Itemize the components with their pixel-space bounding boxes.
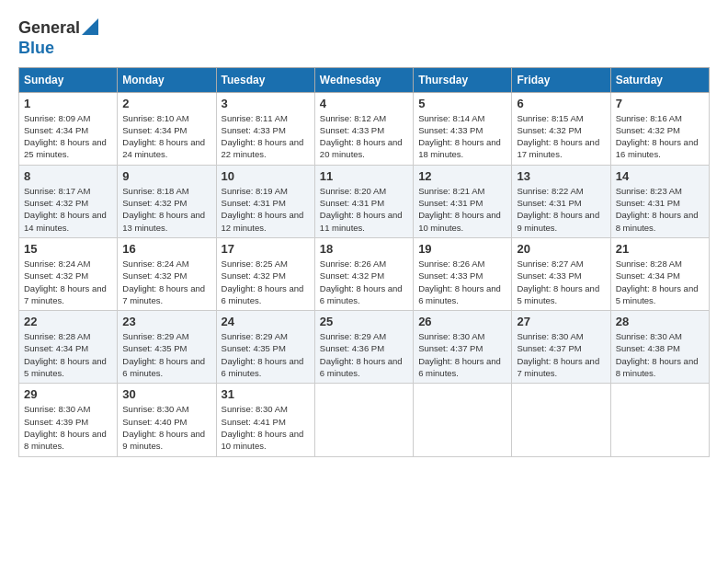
calendar-cell: 7Sunrise: 8:16 AMSunset: 4:32 PMDaylight… [610,92,709,165]
calendar-cell: 30Sunrise: 8:30 AMSunset: 4:40 PMDayligh… [118,384,216,456]
day-info: Sunrise: 8:27 AMSunset: 4:33 PMDaylight:… [517,258,605,306]
day-info: Sunrise: 8:30 AMSunset: 4:40 PMDaylight:… [122,403,210,452]
calendar-cell: 19Sunrise: 8:26 AMSunset: 4:33 PMDayligh… [414,237,512,310]
day-number: 27 [517,315,605,328]
day-info: Sunrise: 8:20 AMSunset: 4:31 PMDaylight:… [320,185,408,234]
day-number: 28 [616,315,704,328]
calendar-cell: 25Sunrise: 8:29 AMSunset: 4:36 PMDayligh… [314,311,413,384]
calendar-cell: 15Sunrise: 8:24 AMSunset: 4:32 PMDayligh… [19,237,118,310]
day-number: 3 [222,97,310,110]
day-number: 5 [418,97,506,110]
day-info: Sunrise: 8:12 AMSunset: 4:33 PMDaylight:… [320,112,408,161]
day-number: 11 [320,169,408,183]
svg-marker-0 [82,18,98,35]
day-number: 21 [616,242,704,256]
header-thursday: Thursday [414,67,512,92]
day-info: Sunrise: 8:24 AMSunset: 4:32 PMDaylight:… [122,258,210,306]
calendar-cell: 8Sunrise: 8:17 AMSunset: 4:32 PMDaylight… [19,165,118,237]
day-info: Sunrise: 8:30 AMSunset: 4:37 PMDaylight:… [418,330,506,379]
day-number: 1 [24,97,112,110]
day-number: 31 [222,387,310,401]
day-number: 7 [616,97,704,110]
calendar-week-row: 15Sunrise: 8:24 AMSunset: 4:32 PMDayligh… [19,237,710,310]
day-info: Sunrise: 8:25 AMSunset: 4:32 PMDaylight:… [222,258,310,306]
day-number: 20 [517,242,605,256]
day-number: 9 [122,169,210,183]
calendar-cell [314,384,413,456]
calendar-cell: 5Sunrise: 8:14 AMSunset: 4:33 PMDaylight… [414,92,512,165]
day-number: 12 [418,169,506,183]
day-info: Sunrise: 8:10 AMSunset: 4:34 PMDaylight:… [122,112,210,161]
logo-blue: Blue [18,39,98,58]
calendar-week-row: 22Sunrise: 8:28 AMSunset: 4:34 PMDayligh… [19,311,710,384]
calendar-cell: 12Sunrise: 8:21 AMSunset: 4:31 PMDayligh… [414,165,512,237]
calendar-cell: 23Sunrise: 8:29 AMSunset: 4:35 PMDayligh… [118,311,216,384]
calendar-cell: 16Sunrise: 8:24 AMSunset: 4:32 PMDayligh… [118,237,216,310]
day-number: 8 [24,169,112,183]
calendar-cell: 9Sunrise: 8:18 AMSunset: 4:32 PMDaylight… [118,165,216,237]
calendar-week-row: 1Sunrise: 8:09 AMSunset: 4:34 PMDaylight… [19,92,710,165]
day-number: 18 [320,242,408,256]
day-info: Sunrise: 8:16 AMSunset: 4:32 PMDaylight:… [616,112,704,161]
page-header: General Blue [18,18,710,58]
day-info: Sunrise: 8:26 AMSunset: 4:32 PMDaylight:… [320,258,408,306]
calendar-cell [610,384,709,456]
calendar-cell: 27Sunrise: 8:30 AMSunset: 4:37 PMDayligh… [512,311,610,384]
calendar-cell: 26Sunrise: 8:30 AMSunset: 4:37 PMDayligh… [414,311,512,384]
header-monday: Monday [118,67,216,92]
calendar-cell: 28Sunrise: 8:30 AMSunset: 4:38 PMDayligh… [610,311,709,384]
calendar-cell: 11Sunrise: 8:20 AMSunset: 4:31 PMDayligh… [314,165,413,237]
day-number: 30 [122,387,210,401]
calendar-cell: 1Sunrise: 8:09 AMSunset: 4:34 PMDaylight… [19,92,118,165]
calendar-cell: 3Sunrise: 8:11 AMSunset: 4:33 PMDaylight… [216,92,314,165]
day-info: Sunrise: 8:18 AMSunset: 4:32 PMDaylight:… [122,185,210,234]
calendar-week-row: 29Sunrise: 8:30 AMSunset: 4:39 PMDayligh… [19,384,710,456]
calendar-cell: 17Sunrise: 8:25 AMSunset: 4:32 PMDayligh… [216,237,314,310]
day-number: 24 [222,315,310,328]
day-info: Sunrise: 8:17 AMSunset: 4:32 PMDaylight:… [24,185,112,234]
day-info: Sunrise: 8:09 AMSunset: 4:34 PMDaylight:… [24,112,112,161]
logo-general: General [18,18,80,37]
header-sunday: Sunday [19,67,118,92]
day-info: Sunrise: 8:14 AMSunset: 4:33 PMDaylight:… [418,112,506,161]
day-info: Sunrise: 8:19 AMSunset: 4:31 PMDaylight:… [222,185,310,234]
calendar-cell: 29Sunrise: 8:30 AMSunset: 4:39 PMDayligh… [19,384,118,456]
day-info: Sunrise: 8:29 AMSunset: 4:36 PMDaylight:… [320,330,408,379]
day-info: Sunrise: 8:29 AMSunset: 4:35 PMDaylight:… [122,330,210,379]
calendar-cell: 22Sunrise: 8:28 AMSunset: 4:34 PMDayligh… [19,311,118,384]
day-info: Sunrise: 8:30 AMSunset: 4:41 PMDaylight:… [222,403,310,452]
day-info: Sunrise: 8:26 AMSunset: 4:33 PMDaylight:… [418,258,506,306]
day-info: Sunrise: 8:15 AMSunset: 4:32 PMDaylight:… [517,112,605,161]
day-info: Sunrise: 8:21 AMSunset: 4:31 PMDaylight:… [418,185,506,234]
logo: General Blue [18,18,98,58]
day-info: Sunrise: 8:22 AMSunset: 4:31 PMDaylight:… [517,185,605,234]
day-number: 29 [24,387,112,401]
day-number: 13 [517,169,605,183]
day-number: 22 [24,315,112,328]
day-number: 26 [418,315,506,328]
day-info: Sunrise: 8:11 AMSunset: 4:33 PMDaylight:… [222,112,310,161]
calendar-cell: 4Sunrise: 8:12 AMSunset: 4:33 PMDaylight… [314,92,413,165]
day-number: 17 [222,242,310,256]
calendar-cell: 18Sunrise: 8:26 AMSunset: 4:32 PMDayligh… [314,237,413,310]
calendar-cell: 31Sunrise: 8:30 AMSunset: 4:41 PMDayligh… [216,384,314,456]
calendar-table: SundayMondayTuesdayWednesdayThursdayFrid… [18,67,710,457]
day-number: 25 [320,315,408,328]
day-info: Sunrise: 8:24 AMSunset: 4:32 PMDaylight:… [24,258,112,306]
day-number: 6 [517,97,605,110]
header-friday: Friday [512,67,610,92]
day-info: Sunrise: 8:30 AMSunset: 4:39 PMDaylight:… [24,403,112,452]
day-info: Sunrise: 8:30 AMSunset: 4:38 PMDaylight:… [616,330,704,379]
day-number: 15 [24,242,112,256]
day-info: Sunrise: 8:28 AMSunset: 4:34 PMDaylight:… [24,330,112,379]
day-number: 2 [122,97,210,110]
calendar-cell: 14Sunrise: 8:23 AMSunset: 4:31 PMDayligh… [610,165,709,237]
calendar-cell: 13Sunrise: 8:22 AMSunset: 4:31 PMDayligh… [512,165,610,237]
calendar-cell: 24Sunrise: 8:29 AMSunset: 4:35 PMDayligh… [216,311,314,384]
calendar-cell: 21Sunrise: 8:28 AMSunset: 4:34 PMDayligh… [610,237,709,310]
logo-triangle-icon [82,18,98,35]
calendar-header-row: SundayMondayTuesdayWednesdayThursdayFrid… [19,67,710,92]
calendar-cell [414,384,512,456]
day-info: Sunrise: 8:23 AMSunset: 4:31 PMDaylight:… [616,185,704,234]
day-info: Sunrise: 8:29 AMSunset: 4:35 PMDaylight:… [222,330,310,379]
